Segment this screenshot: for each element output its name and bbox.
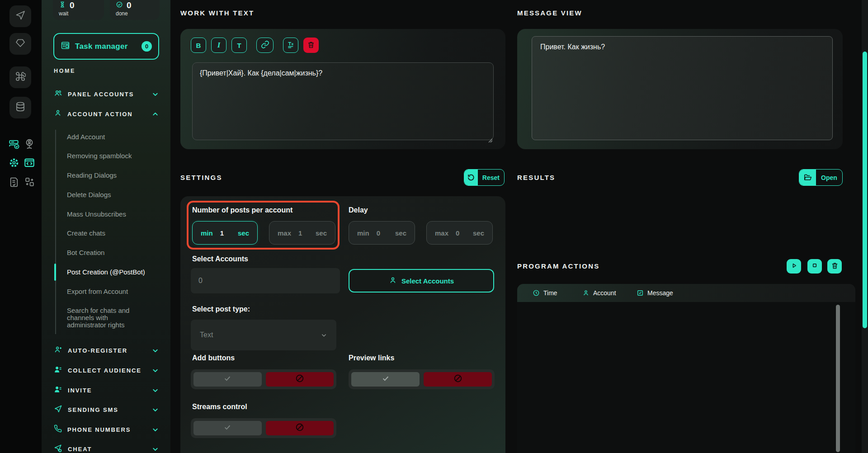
send-nav-button[interactable] xyxy=(9,5,31,27)
sidebar-item-create-chats[interactable]: Create chats xyxy=(67,230,153,237)
check-circle-icon xyxy=(116,1,123,10)
sidebar-section-cheat[interactable]: CHEAT xyxy=(54,444,159,453)
select-accounts-button[interactable]: Select Accounts xyxy=(349,269,494,293)
message-template-textarea[interactable]: {Привет|Хай}. Как {дела|сам|жизнь}? xyxy=(192,62,494,140)
sidebar-item-add-account[interactable]: Add Account xyxy=(67,133,153,141)
server-check-icon[interactable] xyxy=(8,138,20,151)
add-buttons-label: Add buttons xyxy=(192,354,235,362)
sidebar-item-search-admin-chats[interactable]: Search for chats and channels with admin… xyxy=(67,307,147,329)
sidebar-section-invite[interactable]: INVITE xyxy=(54,385,159,395)
stop-button[interactable] xyxy=(807,259,822,274)
chevron-down-icon xyxy=(151,347,159,354)
blocked-icon xyxy=(453,373,463,385)
bold-glyph: B xyxy=(196,42,201,49)
reset-label: Reset xyxy=(478,170,504,185)
sidebar-section-panel-accounts[interactable]: PANEL ACCOUNTS xyxy=(54,89,159,99)
sidebar-item-reading-dialogs[interactable]: Reading Dialogs xyxy=(67,172,153,179)
posts-max-input[interactable]: max 1 sec xyxy=(269,221,335,245)
sec-suffix: sec xyxy=(238,229,249,237)
text-format-button[interactable] xyxy=(283,38,298,53)
settings-card: Number of posts per account min 1 sec ma… xyxy=(180,196,505,453)
sidebar-item-removing-spamblock[interactable]: Removing spamblock xyxy=(67,152,153,160)
page-scrollbar-thumb[interactable] xyxy=(863,52,867,328)
preview-links-no-option[interactable] xyxy=(424,372,492,387)
accounts-count-input[interactable]: 0 xyxy=(191,268,340,293)
message-view-title: MESSAGE VIEW xyxy=(517,9,582,17)
task-manager-button[interactable]: Task manager 0 xyxy=(53,33,159,60)
done-counter-value: 0 xyxy=(127,0,132,10)
sidebar-item-post-creation[interactable]: Post Creation (@PostBot) xyxy=(67,269,153,276)
start-button[interactable] xyxy=(787,259,801,274)
swap-icon[interactable] xyxy=(23,175,36,188)
preview-links-yes-option[interactable] xyxy=(351,372,420,387)
reset-button[interactable]: Reset xyxy=(464,169,505,186)
done-counter-label: done xyxy=(110,10,160,17)
sec-suffix: sec xyxy=(473,229,484,237)
column-account: Account xyxy=(582,284,616,302)
delay-max-input[interactable]: max 0 sec xyxy=(426,221,493,245)
link-button[interactable] xyxy=(256,38,274,53)
add-buttons-yes-option[interactable] xyxy=(193,372,262,387)
phone-numbers-label: PHONE NUMBERS xyxy=(67,426,131,433)
icon-rail xyxy=(0,0,42,453)
post-type-label: Select post type: xyxy=(192,305,250,313)
post-type-select[interactable]: Text xyxy=(191,320,336,350)
text-lines-icon xyxy=(287,41,295,50)
streams-control-no-option[interactable] xyxy=(266,421,334,435)
check-icon xyxy=(223,423,232,434)
active-item-indicator xyxy=(54,264,56,281)
add-buttons-toggle xyxy=(191,369,336,389)
max-value: 1 xyxy=(298,229,302,237)
open-results-button[interactable]: Open xyxy=(799,169,843,186)
sidebar-section-sending-sms[interactable]: SENDING SMS xyxy=(54,405,159,415)
italic-button[interactable]: I xyxy=(211,38,226,53)
posts-min-input[interactable]: min 1 sec xyxy=(192,221,258,245)
message-view-card: Привет. Как жизнь? xyxy=(517,29,843,149)
streams-control-toggle xyxy=(191,418,336,438)
app-window: 0 wait 0 done Task manager 0 HOME xyxy=(0,0,868,453)
sidebar-item-bot-creation[interactable]: Bot Creation xyxy=(67,249,153,256)
document-check-icon[interactable] xyxy=(8,175,20,188)
sidebar-item-export-from-account[interactable]: Export from Account xyxy=(67,288,153,295)
sidebar-item-mass-unsubscribes[interactable]: Mass Unsubscribes xyxy=(67,211,153,218)
gem-nav-button[interactable] xyxy=(9,33,31,55)
max-prefix: max xyxy=(278,229,291,237)
blocked-icon xyxy=(295,373,305,385)
database-nav-button[interactable] xyxy=(9,97,31,118)
select-accounts-button-label: Select Accounts xyxy=(401,277,454,285)
max-value: 0 xyxy=(456,229,459,237)
blocked-icon xyxy=(295,422,305,434)
table-scrollbar[interactable] xyxy=(836,305,840,452)
person-plus-icon xyxy=(54,345,62,356)
delay-min-input[interactable]: min 0 sec xyxy=(349,221,415,245)
clear-text-button[interactable] xyxy=(303,38,319,53)
person-station-icon[interactable] xyxy=(23,138,36,151)
text-button[interactable]: T xyxy=(231,38,247,53)
chevron-down-icon xyxy=(151,90,159,98)
resize-handle[interactable] xyxy=(488,137,493,145)
code-window-icon[interactable] xyxy=(23,156,36,169)
sidebar-section-phone-numbers[interactable]: PHONE NUMBERS xyxy=(54,425,159,434)
add-buttons-no-option[interactable] xyxy=(266,372,334,387)
column-account-label: Account xyxy=(593,289,616,297)
submenu-guide-line xyxy=(55,130,56,334)
streams-control-yes-option[interactable] xyxy=(193,421,262,435)
people-icon xyxy=(54,89,62,99)
send-plus-icon xyxy=(54,444,62,453)
sidebar-item-delete-dialogs[interactable]: Delete Dialogs xyxy=(67,191,153,198)
bold-button[interactable]: B xyxy=(191,38,206,53)
trash-icon xyxy=(831,262,839,271)
gear-icon[interactable] xyxy=(8,156,20,169)
command-nav-button[interactable] xyxy=(9,66,31,88)
sidebar-section-account-action[interactable]: ACCOUNT ACTION xyxy=(54,109,159,119)
reset-icon xyxy=(464,170,478,185)
streams-control-label: Streams control xyxy=(192,403,247,411)
sidebar-section-collect-audience[interactable]: COLLECT AUDIENCE xyxy=(54,365,159,375)
table-header: Time Account Message xyxy=(517,284,855,302)
clear-actions-button[interactable] xyxy=(827,259,842,274)
wait-counter-card: 0 wait xyxy=(53,0,104,20)
cheat-label: CHEAT xyxy=(68,446,92,453)
max-prefix: max xyxy=(435,229,448,237)
sidebar-section-auto-register[interactable]: AUTO-REGISTER xyxy=(54,345,159,355)
done-counter-card: 0 done xyxy=(110,0,160,20)
